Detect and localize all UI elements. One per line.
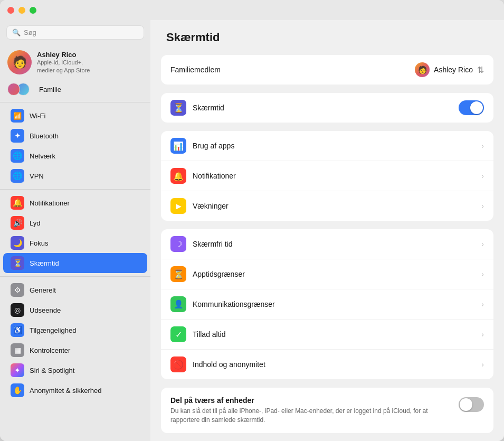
siri-icon: ✦ <box>11 363 24 377</box>
sidebar-item-label: Netværk <box>30 152 55 160</box>
sidebar-item-fokus[interactable]: 🌙 Fokus <box>3 233 147 253</box>
brug-af-apps-label: Brug af apps <box>193 142 234 150</box>
main-window: 🔍 Søg 🧑 Ashley Rico Apple-id, iCloud+,me… <box>0 0 504 441</box>
sidebar-item-label: Notifikationer <box>30 199 70 207</box>
sidebar-item-notifikationer[interactable]: 🔔 Notifikationer <box>3 193 147 213</box>
privacy-icon: ✋ <box>11 383 24 397</box>
sidebar-item-label: Siri & Spotlight <box>30 367 74 374</box>
notifikationer-row-icon: 🔔 <box>170 168 186 184</box>
sidebar-item-lyd[interactable]: 🔊 Lyd <box>3 213 147 233</box>
sound-icon: 🔊 <box>11 216 24 230</box>
sidebar-item-label: Skærmtid <box>30 259 59 267</box>
apptidsgraenser-label: Apptidsgrænser <box>193 270 245 278</box>
sidebar-item-label: Kontrolcenter <box>30 346 70 354</box>
row-left: ⏳ Skærmtid <box>170 100 224 116</box>
sidebar-item-familie[interactable]: Familie <box>0 80 150 99</box>
toggle-knob <box>460 398 472 411</box>
screentime-toggle-row[interactable]: ⏳ Skærmtid <box>161 93 493 123</box>
network-icon: 🌐 <box>11 149 24 163</box>
sidebar: 🔍 Søg 🧑 Ashley Rico Apple-id, iCloud+,me… <box>0 20 150 441</box>
main-header: Skærmtid <box>150 20 504 50</box>
sidebar-item-bluetooth[interactable]: ✦ Bluetooth <box>3 126 147 146</box>
chevron-icon: › <box>481 202 484 210</box>
row-left: 📊 Brug af apps <box>170 138 234 154</box>
minimize-button[interactable] <box>18 7 25 14</box>
vaekninger-row[interactable]: ▶ Vækninger › <box>161 191 493 221</box>
skaermfri-icon: ☽ <box>170 236 186 252</box>
notifications-icon: 🔔 <box>11 196 24 210</box>
skaermfri-tid-row[interactable]: ☽ Skærmfri tid › <box>161 229 493 259</box>
famille-avatars <box>7 83 30 96</box>
sidebar-item-udseende[interactable]: ◎ Udseende <box>3 300 147 320</box>
brug-af-apps-row[interactable]: 📊 Brug af apps › <box>161 131 493 161</box>
main-body: Familiemedlem 🧑 Ashley Rico ⇅ ⏳ Skærmtid <box>150 50 504 441</box>
window-content: 🔍 Søg 🧑 Ashley Rico Apple-id, iCloud+,me… <box>0 20 504 441</box>
vpn-icon: 🌐 <box>11 169 24 183</box>
sidebar-item-wifi[interactable]: 📶 Wi-Fi <box>3 106 147 126</box>
bluetooth-icon: ✦ <box>11 129 24 143</box>
row-left: 🚫 Indhold og anonymitet <box>170 356 265 372</box>
vaekninger-icon: ▶ <box>170 198 186 214</box>
sidebar-item-label: Fokus <box>30 239 48 247</box>
user-name: Ashley Rico <box>37 51 90 59</box>
sidebar-item-vpn[interactable]: 🌐 VPN <box>3 166 147 186</box>
selected-user-name: Ashley Rico <box>434 65 473 74</box>
notifikationer-row[interactable]: 🔔 Notifikationer › <box>161 161 493 191</box>
share-across-text: Del på tværs af enheder Du kan slå det t… <box>170 396 450 425</box>
sidebar-item-label: Bluetooth <box>30 132 59 140</box>
sidebar-item-tilgaengelighed[interactable]: ♿ Tilgængelighed <box>3 320 147 340</box>
chevron-icon: › <box>481 172 484 180</box>
kommunikationsgraenser-icon: 👤 <box>170 296 186 312</box>
close-button[interactable] <box>7 7 14 14</box>
row-left: ☽ Skærmfri tid <box>170 236 232 252</box>
sidebar-divider-1 <box>0 102 150 102</box>
search-bar[interactable]: 🔍 Søg <box>6 25 144 40</box>
family-member-row: Familiemedlem 🧑 Ashley Rico ⇅ <box>161 55 493 85</box>
sidebar-item-skaermtid[interactable]: ⏳ Skærmtid <box>3 253 147 273</box>
sidebar-item-siri[interactable]: ✦ Siri & Spotlight <box>3 360 147 380</box>
sidebar-item-label: Anonymitet & sikkerhed <box>30 387 102 395</box>
kommunikationsgraenser-label: Kommunikationsgrænser <box>193 300 275 308</box>
indhold-og-anonymitet-row[interactable]: 🚫 Indhold og anonymitet › <box>161 349 493 379</box>
controlcenter-icon: ▦ <box>11 343 24 357</box>
famille-avatar-1 <box>7 83 20 96</box>
screentime-toggle[interactable] <box>459 100 484 115</box>
row-left: ✓ Tillad altid <box>170 326 226 342</box>
user-subtitle: Apple-id, iCloud+,medier og App Store <box>37 59 90 74</box>
chevron-icon: › <box>481 142 484 150</box>
toggle-knob <box>470 101 483 114</box>
sidebar-divider-2 <box>0 189 150 190</box>
indhold-label: Indhold og anonymitet <box>193 360 265 369</box>
tillad-altid-icon: ✓ <box>170 326 186 342</box>
notifikationer-row-label: Notifikationer <box>193 172 236 180</box>
share-across-toggle[interactable] <box>459 397 484 412</box>
tillad-altid-label: Tillad altid <box>193 330 226 339</box>
family-member-selector[interactable]: 🧑 Ashley Rico ⇅ <box>415 62 484 77</box>
sidebar-item-netvaerk[interactable]: 🌐 Netværk <box>3 146 147 166</box>
page-title: Skærmtid <box>166 31 220 44</box>
chevron-icon: › <box>481 300 484 308</box>
chevron-icon: › <box>481 360 484 369</box>
share-across-devices-card: Del på tværs af enheder Du kan slå det t… <box>161 388 493 433</box>
chevron-icon: › <box>481 270 484 278</box>
share-across-description: Du kan slå det til på alle iPhone-, iPad… <box>170 407 450 425</box>
chevron-icon: › <box>481 330 484 339</box>
vaekninger-label: Vækninger <box>193 202 229 210</box>
apptidsgraenser-row[interactable]: ⏳ Apptidsgrænser › <box>161 259 493 289</box>
sidebar-item-generelt[interactable]: ⚙ Generelt <box>3 280 147 300</box>
selected-user-avatar: 🧑 <box>415 62 430 77</box>
main-content: Skærmtid Familiemedlem 🧑 Ashley Rico ⇅ <box>150 20 504 441</box>
screentime-row-icon: ⏳ <box>170 100 186 116</box>
user-profile-item[interactable]: 🧑 Ashley Rico Apple-id, iCloud+,medier o… <box>0 45 150 80</box>
family-member-card: Familiemedlem 🧑 Ashley Rico ⇅ <box>161 55 493 85</box>
sidebar-item-label: Tilgængelighed <box>30 326 76 334</box>
row-left: 🔔 Notifikationer <box>170 168 236 184</box>
sidebar-item-label: Wi-Fi <box>30 112 45 120</box>
tillad-altid-row[interactable]: ✓ Tillad altid › <box>161 319 493 349</box>
kommunikationsgraenser-row[interactable]: 👤 Kommunikationsgrænser › <box>161 289 493 319</box>
sidebar-item-label: VPN <box>30 172 44 180</box>
sidebar-item-anonymitet[interactable]: ✋ Anonymitet & sikkerhed <box>3 380 147 400</box>
maximize-button[interactable] <box>30 7 36 14</box>
focus-icon: 🌙 <box>11 236 24 250</box>
sidebar-item-kontrolcenter[interactable]: ▦ Kontrolcenter <box>3 340 147 360</box>
